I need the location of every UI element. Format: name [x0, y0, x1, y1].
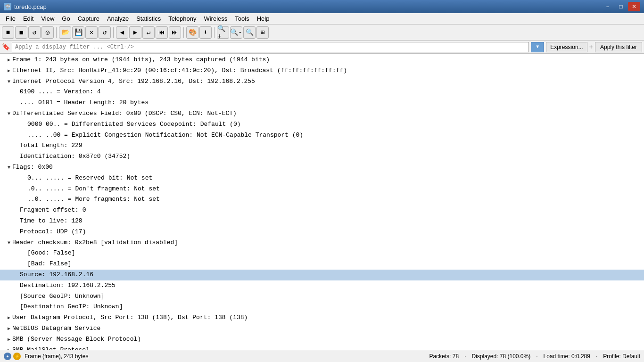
line-text: Internet Protocol Version 4, Src: 192.16… — [12, 78, 255, 85]
packet-tree-line[interactable]: ▶0100 .... = Version: 4 — [0, 87, 644, 98]
line-text: NetBIOS Datagram Service — [12, 325, 100, 332]
apply-filter-button[interactable]: Apply this filter — [595, 42, 642, 52]
line-text: .... 0101 = Header Length: 20 bytes — [20, 99, 149, 106]
packet-tree-line[interactable]: ▶[Source GeoIP: Unknown] — [0, 291, 644, 302]
packet-tree-line[interactable]: ▶Time to live: 128 — [0, 216, 644, 227]
collapse-arrow[interactable]: ▼ — [8, 110, 10, 118]
status-icons: ● ⚡ — [4, 353, 21, 360]
expand-arrow[interactable]: ▶ — [8, 314, 10, 322]
packet-tree-line[interactable]: ▶[Good: False] — [0, 248, 644, 259]
toolbar-close[interactable]: ✕ — [85, 26, 98, 39]
menu-help[interactable]: Help — [253, 14, 273, 23]
ready-icon: ● — [4, 353, 11, 360]
collapse-arrow[interactable]: ▼ — [8, 78, 10, 86]
packet-tree-line[interactable]: ▶NetBIOS Datagram Service — [0, 323, 644, 334]
expand-arrow[interactable]: ▶ — [8, 57, 10, 64]
minimize-button[interactable]: − — [602, 2, 614, 11]
packet-tree-line[interactable]: ▶.0.. ..... = Don't fragment: Not set — [0, 184, 644, 195]
packet-tree-line[interactable]: ▼Differentiated Services Field: 0x00 (DS… — [0, 108, 644, 119]
display-filter-input[interactable] — [12, 42, 529, 52]
title-text: toredo.pcap — [14, 3, 47, 10]
packet-tree-line[interactable]: ▶SMB MailSlot Protocol — [0, 345, 644, 350]
toolbar-jump-last[interactable]: ⏭ — [169, 26, 181, 39]
status-left: ● ⚡ Frame (frame), 243 bytes — [4, 353, 88, 360]
packet-tree[interactable]: ▶Frame 1: 243 bytes on wire (1944 bits),… — [0, 54, 644, 350]
packets-count: Packets: 78 — [429, 353, 459, 360]
packet-tree-line[interactable]: ▶Source: 192.168.2.16 — [0, 270, 644, 280]
line-text: Source: 192.168.2.16 — [20, 271, 93, 278]
menu-statistics[interactable]: Statistics — [132, 14, 165, 23]
toolbar-open[interactable]: 📂 — [59, 26, 71, 39]
packet-tree-line[interactable]: ▶Identification: 0x87c0 (34752) — [0, 151, 644, 162]
toolbar-options[interactable]: ◎ — [41, 26, 54, 39]
line-text: Fragment offset: 0 — [20, 206, 86, 214]
menu-go[interactable]: Go — [58, 14, 74, 23]
expand-arrow[interactable]: ▶ — [8, 67, 10, 75]
menu-wireless[interactable]: Wireless — [200, 14, 231, 23]
toolbar-zoom-reset[interactable]: 🔍 — [243, 26, 256, 39]
toolbar-resize-columns[interactable]: ⊞ — [256, 26, 269, 39]
toolbar-stop-capture[interactable]: ◼ — [15, 26, 27, 39]
menu-view[interactable]: View — [37, 14, 58, 23]
toolbar-jump-first[interactable]: ⏮ — [156, 26, 168, 39]
toolbar-zoom-in[interactable]: 🔍+ — [217, 26, 229, 39]
line-text: Ethernet II, Src: HonHaiPr_41:9c:20 (00:… — [12, 67, 347, 74]
packet-tree-line[interactable]: ▶0000 00.. = Differentiated Services Cod… — [0, 119, 644, 130]
packet-tree-line[interactable]: ▼Header checksum: 0x2be8 [validation dis… — [0, 238, 644, 248]
packet-tree-line[interactable]: ▶..0. ..... = More fragments: Not set — [0, 194, 644, 205]
toolbar-forward[interactable]: ▶ — [129, 26, 141, 39]
filter-bar: 🔖 ▼ Expression... + Apply this filter — [0, 41, 644, 54]
toolbar-zoom-out[interactable]: 🔍- — [230, 26, 242, 39]
packet-tree-line[interactable]: ▶[Bad: False] — [0, 259, 644, 270]
packet-tree-line[interactable]: ▶.... ..00 = Explicit Congestion Notific… — [0, 130, 644, 141]
load-time: Load time: 0:0.289 — [544, 353, 590, 360]
toolbar-reload[interactable]: ↺ — [99, 26, 111, 39]
collapse-arrow[interactable]: ▼ — [8, 239, 10, 247]
menu-analyze[interactable]: Analyze — [103, 14, 132, 23]
packet-tree-line[interactable]: ▼Internet Protocol Version 4, Src: 192.1… — [0, 76, 644, 87]
packet-tree-line[interactable]: ▶Protocol: UDP (17) — [0, 227, 644, 238]
packet-tree-line[interactable]: ▶Ethernet II, Src: HonHaiPr_41:9c:20 (00… — [0, 66, 644, 76]
toolbar-restart-capture[interactable]: ↺ — [28, 26, 41, 39]
line-text: .... ..00 = Explicit Congestion Notifica… — [27, 132, 303, 139]
status-right: Packets: 78 · Displayed: 78 (100.0%) · L… — [429, 353, 640, 360]
packet-tree-line[interactable]: ▶User Datagram Protocol, Src Port: 138 (… — [0, 313, 644, 323]
menu-tools[interactable]: Tools — [231, 14, 253, 23]
packet-tree-line[interactable]: ▶Frame 1: 243 bytes on wire (1944 bits),… — [0, 55, 644, 66]
line-text: [Destination GeoIP: Unknown] — [20, 303, 123, 310]
packet-tree-line[interactable]: ▶Destination: 192.168.2.255 — [0, 280, 644, 291]
plus-icon[interactable]: + — [589, 43, 593, 51]
expand-arrow[interactable]: ▶ — [8, 325, 10, 333]
collapse-arrow[interactable]: ▼ — [8, 164, 10, 172]
toolbar-autoscroll[interactable]: ⬇ — [199, 26, 212, 39]
packet-tree-line[interactable]: ▼Flags: 0x00 — [0, 162, 644, 173]
maximize-button[interactable]: □ — [615, 2, 627, 11]
filter-dropdown-button[interactable]: ▼ — [531, 42, 544, 52]
toolbar-save[interactable]: 💾 — [72, 26, 84, 39]
app-icon: 🦈 — [4, 3, 11, 10]
packet-tree-line[interactable]: ▶0... ..... = Reserved bit: Not set — [0, 173, 644, 184]
expand-arrow[interactable]: ▶ — [8, 347, 10, 350]
line-text: ..0. ..... = More fragments: Not set — [27, 196, 160, 203]
menu-file[interactable]: File — [2, 14, 19, 23]
expand-arrow[interactable]: ▶ — [8, 336, 10, 344]
toolbar-back[interactable]: ◀ — [116, 26, 128, 39]
menu-capture[interactable]: Capture — [74, 14, 103, 23]
title-controls: − □ ✕ — [602, 2, 640, 11]
line-text: [Bad: False] — [27, 260, 72, 267]
expression-button[interactable]: Expression... — [546, 42, 587, 52]
packet-tree-line[interactable]: ▶SMB (Server Message Block Protocol) — [0, 334, 644, 345]
packet-tree-line[interactable]: ▶Fragment offset: 0 — [0, 205, 644, 216]
packet-tree-line[interactable]: ▶Total Length: 229 — [0, 140, 644, 151]
toolbar-start-capture[interactable]: ■ — [2, 26, 14, 39]
menu-telephony[interactable]: Telephony — [165, 14, 200, 23]
line-text: .0.. ..... = Don't fragment: Not set — [27, 185, 160, 192]
packet-tree-line[interactable]: ▶.... 0101 = Header Length: 20 bytes — [0, 98, 644, 108]
menu-edit[interactable]: Edit — [19, 14, 37, 23]
close-button[interactable]: ✕ — [628, 2, 640, 11]
line-text: [Source GeoIP: Unknown] — [20, 293, 104, 300]
toolbar-go-to-packet[interactable]: ↵ — [142, 26, 155, 39]
line-text: 0... ..... = Reserved bit: Not set — [27, 174, 152, 181]
toolbar-colorize[interactable]: 🎨 — [186, 26, 198, 39]
packet-tree-line[interactable]: ▶[Destination GeoIP: Unknown] — [0, 302, 644, 313]
